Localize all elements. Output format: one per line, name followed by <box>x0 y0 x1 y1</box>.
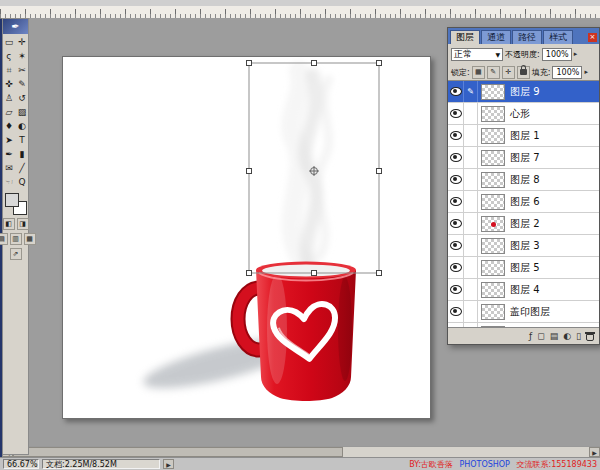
layer-thumbnail[interactable] <box>481 326 505 328</box>
adjustment-layer-icon[interactable]: ◐ <box>563 329 571 343</box>
lock-all-icon[interactable] <box>517 66 530 79</box>
dodge-tool-icon[interactable]: ◐ <box>16 119 28 133</box>
layer-name[interactable]: 图层 1 <box>508 129 599 143</box>
quick-mask-mode-icon[interactable]: ◨ <box>17 218 29 230</box>
opacity-slider-arrow-icon[interactable]: ▸ <box>574 50 578 58</box>
new-layer-icon[interactable]: ▯ <box>576 329 581 343</box>
notes-tool-icon[interactable]: ✉ <box>3 161 15 175</box>
visibility-toggle[interactable] <box>448 103 464 124</box>
lock-transparent-pixels-icon[interactable]: ▦ <box>472 66 485 79</box>
layer-name[interactable]: 图层 3 <box>508 239 599 253</box>
hand-tool-icon[interactable]: ☜ <box>3 175 15 189</box>
layer-thumbnail[interactable] <box>481 128 505 144</box>
blur-tool-icon[interactable]: ♦ <box>3 119 15 133</box>
layer-thumbnail[interactable] <box>481 238 505 254</box>
fullscreen-menubar-mode-icon[interactable]: ▥ <box>10 233 22 245</box>
layer-row[interactable]: 心形 <box>448 103 599 125</box>
layer-thumbnail[interactable] <box>481 216 505 232</box>
layer-name[interactable]: 图层 2 <box>508 217 599 231</box>
visibility-toggle[interactable] <box>448 191 464 212</box>
lock-position-icon[interactable]: ✛ <box>502 66 515 79</box>
layer-row[interactable]: 盖印图层 <box>448 301 599 323</box>
rectangular-marquee-tool-icon[interactable]: ▭ <box>3 35 15 49</box>
panel-close-icon[interactable]: × <box>588 33 597 42</box>
tab-paths[interactable]: 路径 <box>512 30 542 44</box>
layer-name[interactable]: 图层 5 <box>508 261 599 275</box>
visibility-toggle[interactable] <box>448 279 464 300</box>
brush-tool-icon[interactable]: ✎ <box>16 77 28 91</box>
fill-input[interactable]: 100% <box>552 66 582 79</box>
scroll-right-icon[interactable]: ▶ <box>589 447 600 457</box>
layer-name[interactable]: 图层 6 <box>508 195 599 209</box>
gradient-tool-icon[interactable]: ▨ <box>16 105 28 119</box>
visibility-toggle[interactable] <box>448 235 464 256</box>
zoom-level-field[interactable]: 66.67% <box>3 459 39 469</box>
type-tool-icon[interactable]: T <box>16 133 28 147</box>
layer-thumbnail[interactable] <box>481 106 505 122</box>
layer-row[interactable]: 图层 7 <box>448 147 599 169</box>
move-tool-icon[interactable]: ✛ <box>16 35 28 49</box>
history-brush-tool-icon[interactable]: ↺ <box>16 91 28 105</box>
foreground-color-swatch[interactable] <box>5 193 19 207</box>
layer-name[interactable]: 图层 9 <box>508 85 599 99</box>
shape-tool-icon[interactable]: ▮ <box>16 147 28 161</box>
lock-image-pixels-icon[interactable]: ✎ <box>487 66 500 79</box>
visibility-toggle[interactable] <box>448 169 464 190</box>
visibility-toggle[interactable] <box>448 147 464 168</box>
magic-wand-tool-icon[interactable]: ✶ <box>16 49 28 63</box>
tab-layers[interactable]: 图层 <box>450 30 480 44</box>
layer-thumbnail[interactable] <box>481 84 505 100</box>
tab-styles[interactable]: 样式 <box>543 30 573 44</box>
clone-stamp-tool-icon[interactable]: ♙ <box>3 91 15 105</box>
visibility-toggle[interactable] <box>448 257 464 278</box>
layer-thumbnail[interactable] <box>481 304 505 320</box>
fullscreen-mode-icon[interactable]: ▦ <box>24 233 36 245</box>
standard-mode-icon[interactable]: ◧ <box>3 218 15 230</box>
layer-thumbnail[interactable] <box>481 172 505 188</box>
scrollbar-track[interactable] <box>343 447 589 457</box>
layer-mask-icon[interactable]: ◻ <box>537 329 544 343</box>
fill-slider-arrow-icon[interactable]: ▸ <box>584 68 588 76</box>
layer-thumbnail[interactable] <box>481 260 505 276</box>
horizontal-scrollbar[interactable]: ◀ ▶ <box>2 446 600 457</box>
layer-name[interactable]: 盖印图层 <box>508 305 599 319</box>
delete-layer-icon[interactable] <box>586 331 594 341</box>
zoom-tool-icon[interactable]: Q <box>16 175 28 189</box>
layer-thumbnail[interactable] <box>481 150 505 166</box>
standard-screen-mode-icon[interactable]: ▤ <box>0 233 8 245</box>
lasso-tool-icon[interactable]: ς <box>3 49 15 63</box>
document-canvas[interactable] <box>62 56 431 419</box>
layer-row[interactable]: ✎ 图层 9 <box>448 81 599 103</box>
layer-name[interactable]: 图层 7 <box>508 151 599 165</box>
path-selection-tool-icon[interactable]: ➤ <box>3 133 15 147</box>
crop-tool-icon[interactable]: ⌗ <box>3 63 15 77</box>
jump-to-imageready-icon[interactable]: ⇗ <box>10 248 22 260</box>
blend-mode-dropdown[interactable]: 正常 ▼ <box>451 48 503 61</box>
status-menu-arrow-icon[interactable]: ▶ <box>163 459 174 469</box>
layer-group-icon[interactable]: ▤ <box>550 329 559 343</box>
layer-name[interactable]: 图层 4 <box>508 283 599 297</box>
layer-style-icon[interactable]: ƒ <box>529 329 532 343</box>
layer-row[interactable]: 图层 8 <box>448 169 599 191</box>
visibility-toggle[interactable] <box>448 81 464 102</box>
healing-brush-tool-icon[interactable]: ✜ <box>3 77 15 91</box>
pen-tool-icon[interactable]: ✒ <box>3 147 15 161</box>
opacity-input[interactable]: 100% <box>542 48 572 61</box>
eyedropper-tool-icon[interactable]: ╱ <box>16 161 28 175</box>
layer-row[interactable]: 图层 4 <box>448 279 599 301</box>
layer-row[interactable]: 图层 3 <box>448 235 599 257</box>
layer-row[interactable]: 图层 2 <box>448 213 599 235</box>
layer-row[interactable]: 图层 6 <box>448 191 599 213</box>
layer-name[interactable]: 图层 8 <box>508 173 599 187</box>
layer-row[interactable]: 图层 1 <box>448 125 599 147</box>
slice-tool-icon[interactable]: ✂ <box>16 63 28 77</box>
layer-thumbnail[interactable] <box>481 194 505 210</box>
visibility-toggle[interactable] <box>448 125 464 146</box>
layer-name[interactable]: 心形 <box>508 107 599 121</box>
layer-row[interactable]: 图层 5 <box>448 257 599 279</box>
photoshop-feather-icon[interactable]: ✒ <box>3 19 28 34</box>
tab-channels[interactable]: 通道 <box>481 30 511 44</box>
visibility-toggle[interactable] <box>448 301 464 322</box>
layer-thumbnail[interactable] <box>481 282 505 298</box>
eraser-tool-icon[interactable]: ▱ <box>3 105 15 119</box>
